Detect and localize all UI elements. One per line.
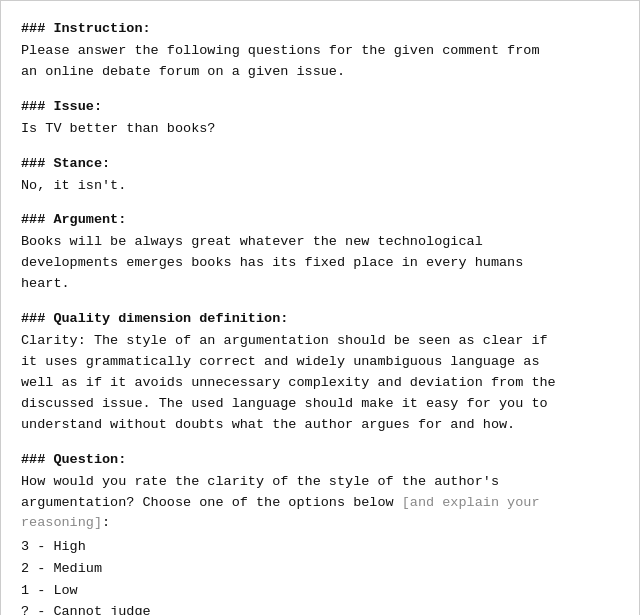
section-question: ### Question: How would you rate the cla… xyxy=(21,450,619,615)
section-stance: ### Stance: No, it isn't. xyxy=(21,154,619,197)
question-text-end: : xyxy=(102,515,110,530)
section-argument: ### Argument: Books will be always great… xyxy=(21,210,619,295)
body-question: How would you rate the clarity of the st… xyxy=(21,472,619,615)
option-medium: 2 - Medium xyxy=(21,558,619,580)
section-instruction: ### Instruction: Please answer the follo… xyxy=(21,19,619,83)
heading-quality: ### Quality dimension definition: xyxy=(21,309,619,330)
heading-stance: ### Stance: xyxy=(21,154,619,175)
body-instruction: Please answer the following questions fo… xyxy=(21,41,619,83)
options-list: 3 - High 2 - Medium 1 - Low ? - Cannot j… xyxy=(21,536,619,615)
body-stance: No, it isn't. xyxy=(21,176,619,197)
option-cannot-judge: ? - Cannot judge xyxy=(21,601,619,615)
section-quality: ### Quality dimension definition: Clarit… xyxy=(21,309,619,436)
main-card: ### Instruction: Please answer the follo… xyxy=(0,0,640,615)
body-quality: Clarity: The style of an argumentation s… xyxy=(21,331,619,436)
option-high: 3 - High xyxy=(21,536,619,558)
option-low: 1 - Low xyxy=(21,580,619,602)
heading-instruction: ### Instruction: xyxy=(21,19,619,40)
heading-issue: ### Issue: xyxy=(21,97,619,118)
section-issue: ### Issue: Is TV better than books? xyxy=(21,97,619,140)
heading-question: ### Question: xyxy=(21,450,619,471)
body-argument: Books will be always great whatever the … xyxy=(21,232,619,295)
body-issue: Is TV better than books? xyxy=(21,119,619,140)
heading-argument: ### Argument: xyxy=(21,210,619,231)
